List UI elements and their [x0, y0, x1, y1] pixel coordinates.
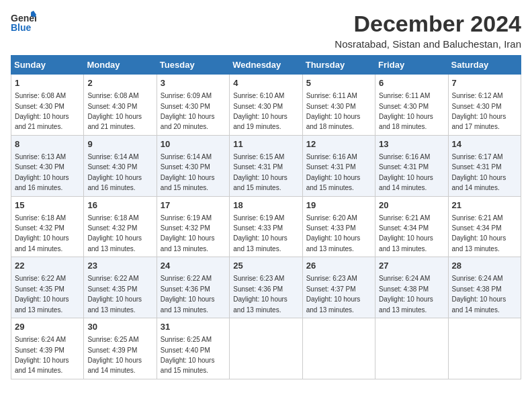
day-sunset: Sunset: 4:30 PM: [233, 103, 283, 110]
calendar-day-cell: 27 Sunrise: 6:24 AM Sunset: 4:38 PM Dayl…: [375, 257, 448, 318]
day-sunrise: Sunrise: 6:09 AM: [161, 92, 212, 99]
day-sunset: Sunset: 4:34 PM: [452, 224, 502, 232]
day-sunrise: Sunrise: 6:11 AM: [306, 92, 357, 99]
day-sunrise: Sunrise: 6:14 AM: [161, 153, 212, 161]
day-sunset: Sunset: 4:31 PM: [306, 163, 356, 171]
day-sunrise: Sunrise: 6:16 AM: [306, 153, 357, 161]
day-sunrise: Sunrise: 6:18 AM: [15, 214, 66, 222]
day-number: 11: [233, 138, 298, 150]
day-number: 28: [452, 260, 517, 272]
calendar-day-cell: 13 Sunrise: 6:16 AM Sunset: 4:31 PM Dayl…: [375, 135, 448, 196]
calendar-week-1: 1 Sunrise: 6:08 AM Sunset: 4:30 PM Dayli…: [11, 75, 521, 136]
day-sunrise: Sunrise: 6:16 AM: [379, 153, 430, 161]
calendar-week-3: 15 Sunrise: 6:18 AM Sunset: 4:32 PM Dayl…: [11, 196, 521, 257]
day-sunrise: Sunrise: 6:25 AM: [87, 336, 138, 343]
location-subtitle: Nosratabad, Sistan and Baluchestan, Iran: [335, 38, 521, 50]
day-number: 2: [87, 77, 152, 89]
day-sunset: Sunset: 4:30 PM: [161, 163, 210, 171]
day-sunrise: Sunrise: 6:25 AM: [161, 336, 212, 343]
calendar-day-cell: 24 Sunrise: 6:22 AM Sunset: 4:36 PM Dayl…: [157, 257, 229, 318]
calendar-week-4: 22 Sunrise: 6:22 AM Sunset: 4:35 PM Dayl…: [11, 257, 521, 318]
day-daylight: Daylight: 10 hours and 14 minutes.: [87, 357, 142, 374]
day-sunset: Sunset: 4:32 PM: [15, 224, 64, 232]
calendar-day-cell: 12 Sunrise: 6:16 AM Sunset: 4:31 PM Dayl…: [302, 135, 375, 196]
day-sunrise: Sunrise: 6:17 AM: [452, 153, 503, 161]
svg-text:Blue: Blue: [11, 22, 32, 33]
calendar-day-cell: 26 Sunrise: 6:23 AM Sunset: 4:37 PM Dayl…: [302, 257, 375, 318]
day-sunrise: Sunrise: 6:21 AM: [379, 214, 430, 222]
col-tuesday: Tuesday: [157, 56, 229, 75]
day-daylight: Daylight: 10 hours and 16 minutes.: [15, 174, 69, 191]
day-sunrise: Sunrise: 6:24 AM: [379, 275, 430, 282]
day-sunset: Sunset: 4:30 PM: [15, 103, 64, 110]
day-daylight: Daylight: 10 hours and 13 minutes.: [306, 234, 361, 252]
day-daylight: Daylight: 10 hours and 15 minutes.: [161, 357, 215, 374]
title-block: December 2024 Nosratabad, Sistan and Bal…: [335, 11, 521, 50]
day-number: 6: [379, 77, 444, 89]
day-number: 19: [306, 199, 371, 212]
day-sunrise: Sunrise: 6:19 AM: [161, 214, 212, 222]
day-sunrise: Sunrise: 6:08 AM: [87, 92, 138, 99]
calendar-day-cell: 1 Sunrise: 6:08 AM Sunset: 4:30 PM Dayli…: [11, 75, 84, 136]
day-sunset: Sunset: 4:30 PM: [87, 163, 137, 171]
day-sunset: Sunset: 4:37 PM: [306, 285, 356, 293]
day-number: 8: [15, 138, 80, 150]
day-sunrise: Sunrise: 6:23 AM: [306, 275, 357, 282]
calendar-day-cell: [375, 318, 448, 379]
col-thursday: Thursday: [302, 56, 375, 75]
day-number: 20: [379, 199, 444, 212]
day-daylight: Daylight: 10 hours and 13 minutes.: [379, 234, 433, 252]
day-daylight: Daylight: 10 hours and 14 minutes.: [452, 295, 506, 313]
day-daylight: Daylight: 10 hours and 18 minutes.: [379, 113, 433, 130]
day-daylight: Daylight: 10 hours and 13 minutes.: [379, 295, 433, 313]
day-number: 26: [306, 260, 371, 272]
day-daylight: Daylight: 10 hours and 15 minutes.: [161, 174, 215, 191]
day-daylight: Daylight: 10 hours and 19 minutes.: [233, 113, 287, 130]
day-sunset: Sunset: 4:34 PM: [379, 224, 429, 232]
day-sunset: Sunset: 4:38 PM: [452, 285, 502, 293]
day-sunrise: Sunrise: 6:13 AM: [15, 153, 66, 161]
day-sunset: Sunset: 4:30 PM: [87, 103, 137, 110]
day-number: 9: [87, 138, 152, 150]
calendar-table: Sunday Monday Tuesday Wednesday Thursday…: [11, 55, 521, 379]
day-daylight: Daylight: 10 hours and 13 minutes.: [233, 234, 287, 252]
col-saturday: Saturday: [448, 56, 521, 75]
col-wednesday: Wednesday: [230, 56, 302, 75]
calendar-day-cell: 20 Sunrise: 6:21 AM Sunset: 4:34 PM Dayl…: [375, 196, 448, 257]
day-sunrise: Sunrise: 6:18 AM: [87, 214, 138, 222]
day-number: 16: [87, 199, 152, 212]
calendar-day-cell: 16 Sunrise: 6:18 AM Sunset: 4:32 PM Dayl…: [84, 196, 157, 257]
day-number: 4: [233, 77, 298, 89]
calendar-day-cell: [448, 318, 521, 379]
day-number: 1: [15, 77, 80, 89]
day-sunrise: Sunrise: 6:15 AM: [233, 153, 284, 161]
page-container: General Blue December 2024 Nosratabad, S…: [11, 11, 521, 379]
calendar-day-cell: 10 Sunrise: 6:14 AM Sunset: 4:30 PM Dayl…: [157, 135, 229, 196]
calendar-day-cell: 19 Sunrise: 6:20 AM Sunset: 4:33 PM Dayl…: [302, 196, 375, 257]
calendar-day-cell: 5 Sunrise: 6:11 AM Sunset: 4:30 PM Dayli…: [302, 75, 375, 136]
day-sunset: Sunset: 4:31 PM: [452, 163, 502, 171]
day-number: 30: [87, 321, 152, 333]
day-sunset: Sunset: 4:32 PM: [161, 224, 210, 232]
day-sunrise: Sunrise: 6:11 AM: [379, 92, 430, 99]
day-daylight: Daylight: 10 hours and 13 minutes.: [306, 295, 361, 313]
day-daylight: Daylight: 10 hours and 17 minutes.: [452, 113, 506, 130]
day-daylight: Daylight: 10 hours and 14 minutes.: [15, 234, 69, 252]
calendar-day-cell: 29 Sunrise: 6:24 AM Sunset: 4:39 PM Dayl…: [11, 318, 84, 379]
day-sunset: Sunset: 4:33 PM: [306, 224, 356, 232]
calendar-header-row: Sunday Monday Tuesday Wednesday Thursday…: [11, 56, 521, 75]
month-title: December 2024: [335, 11, 521, 37]
day-sunset: Sunset: 4:31 PM: [233, 163, 283, 171]
day-daylight: Daylight: 10 hours and 14 minutes.: [452, 174, 506, 191]
day-daylight: Daylight: 10 hours and 15 minutes.: [233, 174, 287, 191]
day-daylight: Daylight: 10 hours and 16 minutes.: [87, 174, 142, 191]
day-daylight: Daylight: 10 hours and 18 minutes.: [306, 113, 361, 130]
day-sunrise: Sunrise: 6:20 AM: [306, 214, 357, 222]
day-sunrise: Sunrise: 6:10 AM: [233, 92, 284, 99]
calendar-day-cell: 2 Sunrise: 6:08 AM Sunset: 4:30 PM Dayli…: [84, 75, 157, 136]
day-number: 23: [87, 260, 152, 272]
day-sunset: Sunset: 4:40 PM: [161, 347, 210, 354]
calendar-day-cell: [302, 318, 375, 379]
day-sunrise: Sunrise: 6:12 AM: [452, 92, 503, 99]
day-sunset: Sunset: 4:31 PM: [379, 163, 429, 171]
